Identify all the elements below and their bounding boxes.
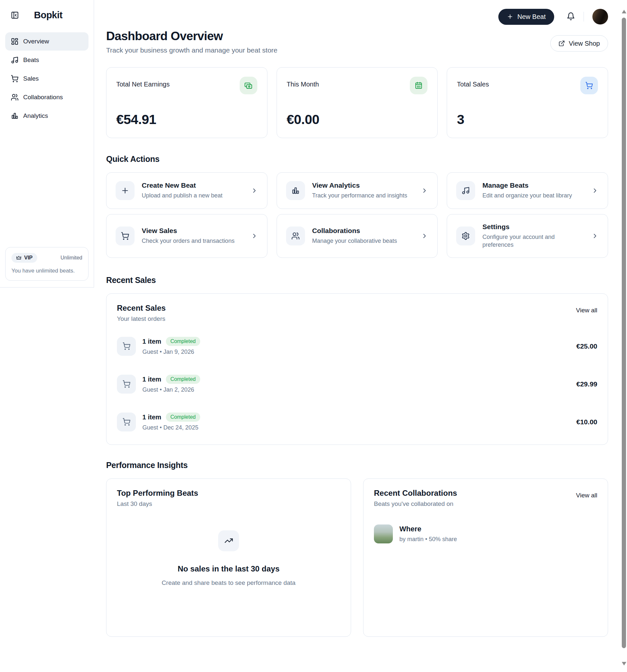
order-row[interactable]: 1 item Completed Guest • Dec 24, 2025 €1… (117, 412, 597, 431)
order-row[interactable]: 1 item Completed Guest • Jan 9, 2026 €25… (117, 337, 597, 356)
empty-state-title: No sales in the last 30 days (178, 564, 280, 573)
notifications-bell-icon[interactable] (566, 12, 575, 22)
sidebar-item-label: Collaborations (23, 94, 63, 101)
order-amount: €10.00 (576, 418, 597, 426)
recent-collaborations-card: Recent Collaborations Beats you've colla… (363, 478, 608, 637)
stat-card-total-net-earnings: Total Net Earnings €54.91 (106, 67, 268, 138)
recent-sales-card-title: Recent Sales (117, 304, 166, 313)
page-scrollbar[interactable] (621, 0, 627, 672)
sidebar-item-analytics[interactable]: Analytics (5, 107, 89, 125)
gear-icon (456, 226, 475, 245)
status-badge: Completed (166, 412, 200, 422)
sidebar-item-sales[interactable]: Sales (5, 70, 89, 88)
external-link-icon (558, 40, 565, 47)
performance-insights-title: Performance Insights (106, 460, 608, 470)
chevron-right-icon (421, 232, 428, 240)
quick-actions-title: Quick Actions (106, 154, 608, 164)
vip-description: You have unlimited beats. (11, 268, 82, 274)
recent-sales-view-all-link[interactable]: View all (576, 307, 597, 314)
new-beat-button[interactable]: New Beat (498, 9, 554, 25)
quick-action-settings[interactable]: Settings Configure your account and pref… (447, 214, 608, 258)
stat-card-this-month: This Month €0.00 (277, 67, 438, 138)
app-logo: Bopkit (34, 10, 62, 21)
sidebar-item-label: Sales (23, 75, 39, 82)
status-badge: Completed (166, 337, 200, 346)
collaboration-beat-meta: by martin • 50% share (399, 536, 457, 543)
user-avatar[interactable] (593, 9, 608, 24)
sidebar-collapse-icon[interactable] (11, 11, 19, 19)
recent-sales-card: Recent Sales Your latest orders View all… (106, 293, 608, 445)
dashboard-page: Bopkit Overview Beats Sales Collaboratio… (0, 0, 627, 672)
top-beats-title: Top Performing Beats (117, 488, 340, 498)
quick-action-manage-beats[interactable]: Manage Beats Edit and organize your beat… (447, 172, 608, 209)
page-header: Dashboard Overview Track your business g… (106, 29, 608, 54)
top-performing-beats-card: Top Performing Beats Last 30 days No sal… (106, 478, 351, 637)
quick-action-view-analytics[interactable]: View Analytics Track your performance an… (277, 172, 438, 209)
view-shop-button[interactable]: View Shop (550, 35, 608, 52)
shopping-cart-icon (580, 77, 598, 94)
sidebar-nav: Overview Beats Sales Collaborations Anal… (0, 32, 94, 125)
chevron-right-icon (591, 187, 599, 194)
topbar-divider (584, 12, 584, 22)
insights-grid: Top Performing Beats Last 30 days No sal… (106, 478, 608, 637)
shopping-cart-icon (117, 375, 136, 393)
empty-state-subtitle: Create and share beats to see performanc… (162, 579, 296, 586)
stat-value: 3 (457, 112, 598, 128)
sidebar-item-label: Beats (23, 56, 39, 64)
order-meta: Guest • Jan 2, 2026 (142, 386, 570, 393)
collaboration-item[interactable]: Where by martin • 50% share (374, 525, 597, 544)
stat-card-total-sales: Total Sales 3 (447, 67, 608, 138)
shopping-cart-icon (117, 337, 136, 356)
order-meta: Guest • Jan 9, 2026 (142, 349, 570, 355)
recent-sales-section-title: Recent Sales (106, 275, 608, 285)
page-title: Dashboard Overview (106, 29, 278, 43)
main-content: New Beat Dashboard Overview Track your b… (94, 0, 608, 637)
dashboard-grid-icon (11, 38, 19, 45)
banknote-icon (240, 77, 257, 94)
plus-icon (116, 181, 135, 200)
scrollbar-up-arrow[interactable] (622, 10, 626, 14)
vip-plan-label: Unlimited (61, 255, 82, 261)
sidebar-item-label: Analytics (23, 112, 48, 119)
stat-value: €0.00 (287, 112, 428, 128)
crown-icon (16, 255, 22, 261)
quick-action-view-sales[interactable]: View Sales Check your orders and transac… (106, 214, 268, 258)
sidebar-item-collaborations[interactable]: Collaborations (5, 88, 89, 106)
order-amount: €25.00 (576, 342, 597, 350)
scrollbar-down-arrow[interactable] (622, 662, 626, 666)
chevron-right-icon (421, 187, 428, 194)
order-meta: Guest • Dec 24, 2025 (142, 424, 570, 431)
plus-icon (507, 14, 513, 20)
users-icon (11, 93, 19, 101)
scrollbar-thumb[interactable] (622, 18, 626, 648)
stat-label: Total Sales (457, 77, 489, 88)
stat-value: €54.91 (116, 112, 257, 128)
quick-action-collaborations[interactable]: Collaborations Manage your collaborative… (277, 214, 438, 258)
vip-badge: VIP (11, 253, 37, 263)
sidebar-header: Bopkit (0, 0, 94, 21)
page-subtitle: Track your business growth and manage yo… (106, 46, 278, 54)
status-badge: Completed (166, 375, 200, 384)
collaborations-subtitle: Beats you've collaborated on (374, 500, 457, 507)
stat-label: This Month (287, 77, 319, 88)
sidebar: Bopkit Overview Beats Sales Collaboratio… (0, 0, 94, 288)
order-amount: €29.99 (576, 380, 597, 388)
quick-actions-grid: Create New Beat Upload and publish a new… (106, 172, 608, 258)
sidebar-item-overview[interactable]: Overview (5, 32, 89, 51)
collaboration-beat-title: Where (399, 525, 457, 533)
calendar-icon (410, 77, 427, 94)
order-row[interactable]: 1 item Completed Guest • Jan 2, 2026 €29… (117, 375, 597, 393)
sidebar-item-beats[interactable]: Beats (5, 51, 89, 69)
collaborations-view-all-link[interactable]: View all (576, 492, 597, 499)
chevron-right-icon (251, 232, 258, 240)
topbar: New Beat (106, 0, 608, 25)
bar-chart-icon (11, 112, 19, 120)
sidebar-item-label: Overview (23, 38, 49, 45)
stats-row: Total Net Earnings €54.91 This Month €0.… (106, 67, 608, 138)
chevron-right-icon (591, 232, 599, 240)
music-note-icon (456, 181, 475, 200)
trending-up-icon (218, 530, 239, 551)
shopping-cart-icon (117, 412, 136, 431)
quick-action-create-new-beat[interactable]: Create New Beat Upload and publish a new… (106, 172, 268, 209)
bar-chart-icon (286, 181, 305, 200)
